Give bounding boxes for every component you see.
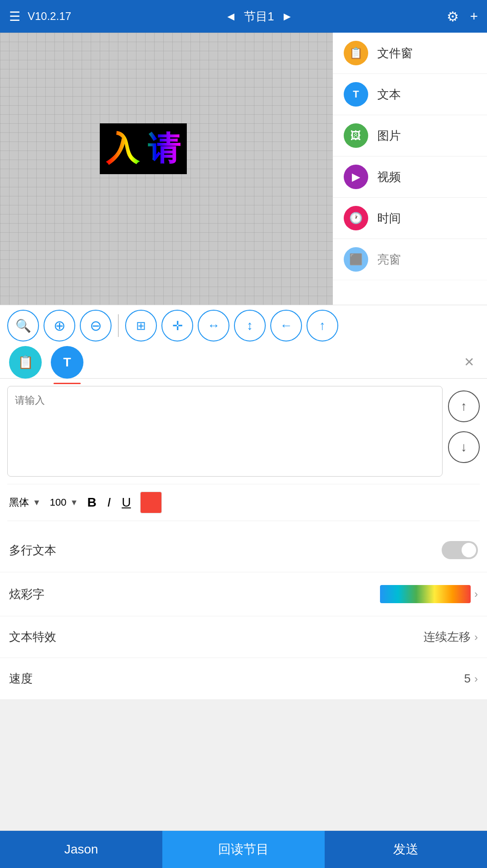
grid-button[interactable]: ⊞ [125,310,157,341]
canvas-text-box: 入 请 [100,123,187,174]
text-down-arrow[interactable]: ↓ [448,431,480,463]
text-input-row: ↑ ↓ [7,386,480,477]
effect-chevron-icon: › [474,631,478,644]
header: ☰ V10.2.17 ◄ 节目1 ► ⚙ + [0,0,487,33]
video-icon: ▶ [344,165,368,189]
canvas-area: 入 请 📋 文件窗 T 文本 🖼 图片 ▶ 视频 🕐 时间 ⬛ 亮窗 [0,33,487,305]
time-icon: 🕐 [344,206,368,230]
color-picker-button[interactable] [140,492,162,513]
rainbow-bar [380,585,471,603]
image-label: 图片 [377,128,401,144]
add-icon[interactable]: + [470,9,478,24]
text-arrows: ↑ ↓ [448,386,480,463]
video-label: 视频 [377,169,401,185]
rainbow-value: › [380,585,478,603]
menu-item-time[interactable]: 🕐 时间 [333,198,487,239]
toolbar-divider [118,314,119,337]
text-effect-value: 连续左移 › [424,629,478,645]
speed-value-container: 5 › [464,672,478,686]
content-area: ↑ ↓ 黑体 ▼ 100 ▼ B I U [0,379,487,528]
font-size-dropdown-icon: ▼ [70,498,78,507]
speed-current-value: 5 [464,672,471,686]
prev-icon[interactable]: ◄ [225,10,237,24]
zoom-in-button[interactable]: ⊕ [44,310,75,341]
zoom-fit-button[interactable]: 🔍 [7,310,39,341]
font-controls: 黑体 ▼ 100 ▼ B I U [7,484,480,521]
italic-button[interactable]: I [106,495,113,510]
menu-item-file[interactable]: 📋 文件窗 [333,33,487,74]
text-effect-label: 文本特效 [9,629,56,645]
up-button[interactable]: ↑ [307,310,338,341]
text-input[interactable] [7,386,443,477]
font-name-select[interactable]: 黑体 ▼ [7,492,43,513]
file-icon: 📋 [344,41,368,65]
header-center: ◄ 节目1 ► [225,9,293,24]
menu-item-video[interactable]: ▶ 视频 [333,156,487,198]
effect-current-value: 连续左移 [424,629,471,645]
text-tab-icon: T [63,355,71,370]
speed-row[interactable]: 速度 5 › [0,658,487,700]
text-icon: T [344,82,368,107]
speed-chevron-icon: › [474,673,478,685]
settings-section: 多行文本 炫彩字 › 文本特效 连续左移 › 速度 5 › [0,528,487,700]
tab-text[interactable]: T [51,346,83,379]
zoom-out-button[interactable]: ⊖ [80,310,112,341]
move-all-button[interactable]: ✛ [161,310,193,341]
dropdown-menu: 📋 文件窗 T 文本 🖼 图片 ▶ 视频 🕐 时间 ⬛ 亮窗 [333,33,487,305]
rainbow-row[interactable]: 炫彩字 › [0,572,487,616]
settings-icon[interactable]: ⚙ [447,9,459,24]
toolbar: 🔍 ⊕ ⊖ ⊞ ✛ ↔ ↕ ← ↑ [0,305,487,346]
multiline-toggle[interactable] [442,541,478,559]
file-label: 文件窗 [377,45,413,61]
bold-button[interactable]: B [85,495,98,510]
jason-button[interactable]: Jason [0,831,162,868]
font-size-select[interactable]: 100 ▼ [50,497,78,508]
tabs-row: 📋 T ✕ [0,346,487,379]
multiline-label: 多行文本 [9,542,56,558]
bottom-bar: Jason 回读节目 发送 [0,830,487,868]
speed-label: 速度 [9,671,33,687]
screen-label: 亮窗 [377,252,401,268]
menu-item-text[interactable]: T 文本 [333,74,487,115]
image-icon: 🖼 [344,123,368,148]
underline-button[interactable]: U [120,495,132,510]
text-up-arrow[interactable]: ↑ [448,390,480,422]
tab-settings[interactable]: 📋 [9,346,42,379]
font-name-value: 黑体 [9,496,29,509]
rainbow-chevron-icon: › [474,588,478,600]
next-icon[interactable]: ► [282,10,293,24]
screen-icon: ⬛ [344,247,368,272]
menu-item-image[interactable]: 🖼 图片 [333,115,487,156]
close-icon[interactable]: ✕ [460,351,478,373]
font-size-value: 100 [50,497,67,508]
menu-item-screen[interactable]: ⬛ 亮窗 [333,239,487,280]
move-v-button[interactable]: ↕ [234,310,266,341]
settings-tab-icon: 📋 [18,355,34,370]
send-button[interactable]: 发送 [325,831,487,868]
font-name-dropdown-icon: ▼ [33,498,41,507]
text-effect-row[interactable]: 文本特效 连续左移 › [0,616,487,658]
read-program-button[interactable]: 回读节目 [162,831,325,868]
header-left: ☰ V10.2.17 [9,9,71,24]
time-label: 时间 [377,210,401,226]
rainbow-label: 炫彩字 [9,586,44,602]
canvas-text: 入 请 [106,130,180,166]
multiline-row: 多行文本 [0,528,487,572]
program-title: 节目1 [244,9,274,24]
header-right: ⚙ + [447,9,478,24]
move-h-button[interactable]: ↔ [198,310,229,341]
text-label: 文本 [377,87,401,102]
back-button[interactable]: ← [270,310,302,341]
version-label: V10.2.17 [28,10,71,23]
menu-icon[interactable]: ☰ [9,9,20,24]
